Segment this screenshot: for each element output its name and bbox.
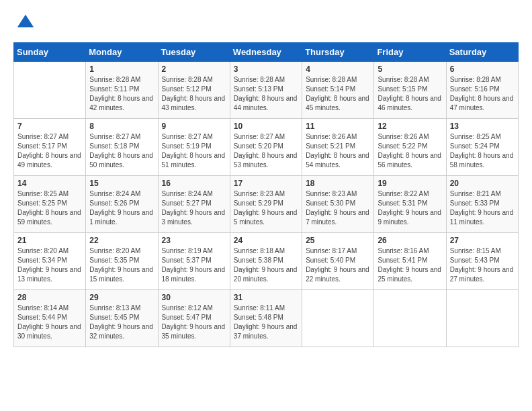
header-day-friday: Friday [374, 43, 446, 62]
calendar-cell: 16Sunrise: 8:24 AMSunset: 5:27 PMDayligh… [158, 176, 230, 233]
day-info: Sunrise: 8:20 AMSunset: 5:34 PMDaylight:… [17, 246, 82, 284]
day-number: 3 [234, 64, 298, 74]
calendar-cell: 5Sunrise: 8:28 AMSunset: 5:15 PMDaylight… [374, 62, 446, 119]
week-row-1: 1Sunrise: 8:28 AMSunset: 5:11 PMDaylight… [14, 62, 519, 119]
calendar-cell: 27Sunrise: 8:15 AMSunset: 5:43 PMDayligh… [446, 233, 518, 290]
calendar-cell: 14Sunrise: 8:25 AMSunset: 5:25 PMDayligh… [14, 176, 86, 233]
day-info: Sunrise: 8:26 AMSunset: 5:22 PMDaylight:… [378, 132, 442, 170]
day-number: 23 [162, 236, 226, 245]
calendar-cell: 13Sunrise: 8:25 AMSunset: 5:24 PMDayligh… [446, 119, 518, 176]
day-info: Sunrise: 8:15 AMSunset: 5:43 PMDaylight:… [450, 246, 515, 284]
calendar-cell: 2Sunrise: 8:28 AMSunset: 5:12 PMDaylight… [158, 62, 230, 119]
day-number: 26 [378, 236, 442, 245]
week-row-3: 14Sunrise: 8:25 AMSunset: 5:25 PMDayligh… [14, 176, 519, 233]
day-info: Sunrise: 8:25 AMSunset: 5:24 PMDaylight:… [450, 132, 515, 170]
calendar-cell: 30Sunrise: 8:12 AMSunset: 5:47 PMDayligh… [158, 290, 230, 347]
day-number: 21 [17, 236, 82, 245]
day-number: 22 [89, 236, 154, 245]
day-info: Sunrise: 8:19 AMSunset: 5:37 PMDaylight:… [162, 246, 226, 284]
calendar-cell [302, 290, 374, 347]
day-info: Sunrise: 8:28 AMSunset: 5:14 PMDaylight:… [306, 75, 370, 113]
day-number: 20 [450, 179, 515, 188]
day-number: 6 [450, 64, 515, 74]
header-day-sunday: Sunday [14, 43, 86, 62]
week-row-4: 21Sunrise: 8:20 AMSunset: 5:34 PMDayligh… [14, 233, 519, 290]
calendar-cell: 3Sunrise: 8:28 AMSunset: 5:13 PMDaylight… [230, 62, 302, 119]
day-info: Sunrise: 8:28 AMSunset: 5:12 PMDaylight:… [162, 75, 226, 113]
calendar-cell: 18Sunrise: 8:23 AMSunset: 5:30 PMDayligh… [302, 176, 374, 233]
day-number: 10 [234, 122, 298, 131]
day-number: 7 [17, 122, 82, 131]
calendar-cell: 8Sunrise: 8:27 AMSunset: 5:18 PMDaylight… [86, 119, 158, 176]
day-info: Sunrise: 8:13 AMSunset: 5:45 PMDaylight:… [89, 304, 154, 341]
calendar-cell: 22Sunrise: 8:20 AMSunset: 5:35 PMDayligh… [86, 233, 158, 290]
calendar-cell: 25Sunrise: 8:17 AMSunset: 5:40 PMDayligh… [302, 233, 374, 290]
day-info: Sunrise: 8:24 AMSunset: 5:27 PMDaylight:… [162, 189, 226, 227]
calendar-cell: 28Sunrise: 8:14 AMSunset: 5:44 PMDayligh… [14, 290, 86, 347]
day-number: 15 [89, 179, 154, 188]
day-number: 11 [306, 122, 370, 131]
day-number: 25 [306, 236, 370, 245]
day-number: 19 [378, 179, 442, 188]
header-day-monday: Monday [86, 43, 158, 62]
logo [13, 13, 35, 36]
day-number: 18 [306, 179, 370, 188]
calendar-cell: 19Sunrise: 8:22 AMSunset: 5:31 PMDayligh… [374, 176, 446, 233]
day-info: Sunrise: 8:14 AMSunset: 5:44 PMDaylight:… [17, 304, 82, 341]
day-number: 24 [234, 236, 298, 245]
day-number: 30 [162, 293, 226, 302]
day-info: Sunrise: 8:28 AMSunset: 5:13 PMDaylight:… [234, 75, 298, 113]
day-number: 17 [234, 179, 298, 188]
calendar-cell: 7Sunrise: 8:27 AMSunset: 5:17 PMDaylight… [14, 119, 86, 176]
day-info: Sunrise: 8:26 AMSunset: 5:21 PMDaylight:… [306, 132, 370, 170]
calendar-cell: 26Sunrise: 8:16 AMSunset: 5:41 PMDayligh… [374, 233, 446, 290]
day-number: 13 [450, 122, 515, 131]
calendar-cell: 1Sunrise: 8:28 AMSunset: 5:11 PMDaylight… [86, 62, 158, 119]
calendar-cell: 9Sunrise: 8:27 AMSunset: 5:19 PMDaylight… [158, 119, 230, 176]
calendar-cell: 15Sunrise: 8:24 AMSunset: 5:26 PMDayligh… [86, 176, 158, 233]
week-row-2: 7Sunrise: 8:27 AMSunset: 5:17 PMDaylight… [14, 119, 519, 176]
header-day-thursday: Thursday [302, 43, 374, 62]
day-number: 28 [17, 293, 82, 302]
day-number: 5 [378, 64, 442, 74]
day-info: Sunrise: 8:27 AMSunset: 5:19 PMDaylight:… [162, 132, 226, 170]
day-info: Sunrise: 8:27 AMSunset: 5:20 PMDaylight:… [234, 132, 298, 170]
day-number: 9 [162, 122, 226, 131]
header-day-wednesday: Wednesday [230, 43, 302, 62]
day-info: Sunrise: 8:28 AMSunset: 5:11 PMDaylight:… [89, 75, 154, 113]
calendar-cell: 4Sunrise: 8:28 AMSunset: 5:14 PMDaylight… [302, 62, 374, 119]
day-info: Sunrise: 8:25 AMSunset: 5:25 PMDaylight:… [17, 189, 82, 227]
page-header [13, 13, 519, 36]
day-number: 14 [17, 179, 82, 188]
day-number: 12 [378, 122, 442, 131]
calendar-cell: 10Sunrise: 8:27 AMSunset: 5:20 PMDayligh… [230, 119, 302, 176]
calendar-cell: 17Sunrise: 8:23 AMSunset: 5:29 PMDayligh… [230, 176, 302, 233]
day-number: 27 [450, 236, 515, 245]
header-day-saturday: Saturday [446, 43, 518, 62]
calendar-cell: 12Sunrise: 8:26 AMSunset: 5:22 PMDayligh… [374, 119, 446, 176]
day-info: Sunrise: 8:18 AMSunset: 5:38 PMDaylight:… [234, 246, 298, 284]
day-info: Sunrise: 8:27 AMSunset: 5:17 PMDaylight:… [17, 132, 82, 170]
calendar-cell: 20Sunrise: 8:21 AMSunset: 5:33 PMDayligh… [446, 176, 518, 233]
calendar-cell: 11Sunrise: 8:26 AMSunset: 5:21 PMDayligh… [302, 119, 374, 176]
svg-marker-0 [17, 15, 34, 28]
day-info: Sunrise: 8:23 AMSunset: 5:30 PMDaylight:… [306, 189, 370, 227]
day-info: Sunrise: 8:24 AMSunset: 5:26 PMDaylight:… [89, 189, 154, 227]
calendar-cell [14, 62, 86, 119]
calendar-cell [374, 290, 446, 347]
day-info: Sunrise: 8:12 AMSunset: 5:47 PMDaylight:… [162, 304, 226, 341]
header-row: SundayMondayTuesdayWednesdayThursdayFrid… [14, 43, 519, 62]
day-number: 29 [89, 293, 154, 302]
calendar-cell: 24Sunrise: 8:18 AMSunset: 5:38 PMDayligh… [230, 233, 302, 290]
day-number: 2 [162, 64, 226, 74]
calendar-cell [446, 290, 518, 347]
day-info: Sunrise: 8:28 AMSunset: 5:16 PMDaylight:… [450, 75, 515, 113]
day-info: Sunrise: 8:21 AMSunset: 5:33 PMDaylight:… [450, 189, 515, 227]
calendar-table: SundayMondayTuesdayWednesdayThursdayFrid… [13, 42, 519, 347]
day-info: Sunrise: 8:17 AMSunset: 5:40 PMDaylight:… [306, 246, 370, 284]
calendar-cell: 29Sunrise: 8:13 AMSunset: 5:45 PMDayligh… [86, 290, 158, 347]
header-day-tuesday: Tuesday [158, 43, 230, 62]
day-number: 31 [234, 293, 298, 302]
day-info: Sunrise: 8:20 AMSunset: 5:35 PMDaylight:… [89, 246, 154, 284]
day-number: 8 [89, 122, 154, 131]
